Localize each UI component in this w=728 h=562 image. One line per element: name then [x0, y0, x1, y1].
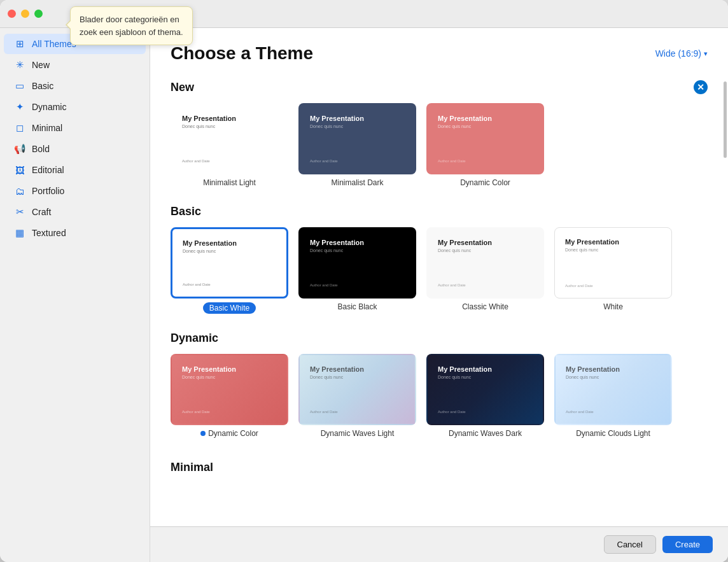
- theme-basic-white[interactable]: My Presentation Donec quis nunc Author a…: [171, 227, 288, 314]
- fullscreen-button[interactable]: [34, 10, 43, 18]
- preview-title-dyn-waves-dark: My Presentation: [438, 365, 533, 373]
- dynamic-icon: ✦: [14, 101, 25, 113]
- thumb-white: My Presentation Donec quis nunc Author a…: [554, 227, 672, 299]
- sidebar-item-craft[interactable]: ✂ Craft: [4, 202, 146, 222]
- preview-subtitle-white: Donec quis nunc: [565, 248, 661, 252]
- theme-white[interactable]: My Presentation Donec quis nunc Author a…: [554, 227, 672, 314]
- preview-title-dyn-clouds-light: My Presentation: [566, 365, 661, 373]
- thumb-dyn-waves-light: My Presentation Donec quis nunc Author a…: [298, 354, 416, 425]
- preview-author: Author and Date: [182, 159, 277, 163]
- page-title: Choose a Theme: [171, 43, 313, 64]
- content-header: Choose a Theme Wide (16:9) ▾: [150, 28, 728, 69]
- grid-icon: ⊞: [14, 38, 25, 50]
- preview-subtitle-dyn-waves-light: Donec quis nunc: [310, 375, 405, 379]
- preview-subtitle: Donec quis nunc: [182, 124, 277, 129]
- theme-label-basic-black: Basic Black: [337, 302, 377, 311]
- preview-subtitle-basic-black: Donec quis nunc: [310, 248, 405, 253]
- section-dynamic: Dynamic My Presentation Donec quis nunc …: [171, 332, 708, 438]
- theme-minimalist-dark[interactable]: My Presentation Donec quis nunc Author a…: [298, 103, 416, 187]
- preview-subtitle-dyn-waves-dark: Donec quis nunc: [438, 375, 533, 379]
- preview-author-dark: Author and Date: [310, 159, 405, 163]
- preview-subtitle-dyn-color: Donec quis nunc: [182, 375, 277, 379]
- preview-title: My Presentation: [182, 115, 277, 122]
- preview-title-dark: My Presentation: [310, 115, 405, 122]
- sidebar-item-new[interactable]: ✳ New: [4, 55, 146, 75]
- preview-subtitle-dyn-clouds-light: Donec quis nunc: [566, 375, 661, 379]
- scrollbar-track: [723, 69, 728, 526]
- theme-dynamic-color[interactable]: My Presentation Donec quis nunc Author a…: [171, 354, 288, 438]
- tooltip-bubble: Blader door categorieën en zoek een sjab…: [70, 6, 193, 45]
- content-wrapper: New ✕ My Presentation Donec quis nunc Au: [150, 69, 728, 526]
- theme-minimalist-light[interactable]: My Presentation Donec quis nunc Author a…: [171, 103, 288, 187]
- theme-label-dynamic-waves-dark: Dynamic Waves Dark: [449, 429, 522, 438]
- thumb-dyn-clouds-light: My Presentation Donec quis nunc Author a…: [554, 354, 672, 425]
- preview-subtitle-classic-white: Donec quis nunc: [438, 248, 533, 253]
- aspect-selector[interactable]: Wide (16:9) ▾: [655, 48, 708, 59]
- preview-author-dyn-clouds-light: Author and Date: [566, 410, 661, 414]
- section-new: New ✕ My Presentation Donec quis nunc Au: [171, 80, 708, 187]
- sidebar-item-textured[interactable]: ▦ Textured: [4, 223, 146, 243]
- theme-label-white: White: [603, 302, 623, 311]
- preview-author-basic-black: Author and Date: [310, 283, 405, 287]
- sidebar-label-portfolio: Portfolio: [32, 186, 64, 196]
- sidebar-label-editorial: Editorial: [32, 165, 64, 175]
- sidebar-item-dynamic[interactable]: ✦ Dynamic: [4, 97, 146, 117]
- section-new-header: New ✕: [171, 80, 708, 94]
- preview-author-dyn-waves-light: Author and Date: [310, 410, 405, 414]
- sidebar-label-craft: Craft: [32, 207, 51, 217]
- main-content: ⊞ All Themes ✳ New ▭ Basic ✦ Dynamic ◻ M…: [0, 28, 728, 562]
- preview-subtitle-dyn: Donec quis nunc: [438, 124, 533, 129]
- close-button[interactable]: [8, 10, 16, 18]
- theme-dynamic-waves-light[interactable]: My Presentation Donec quis nunc Author a…: [298, 354, 416, 438]
- sidebar-item-portfolio[interactable]: 🗂 Portfolio: [4, 181, 146, 201]
- preview-author-dyn: Author and Date: [438, 159, 533, 163]
- preview-author-basic-white: Author and Date: [183, 283, 276, 286]
- theme-dynamic-waves-dark[interactable]: My Presentation Donec quis nunc Author a…: [426, 354, 544, 438]
- theme-label-dynamic-color: Dynamic Color: [200, 429, 258, 438]
- bold-icon: 📢: [14, 143, 25, 155]
- section-basic: Basic My Presentation Donec quis nunc Au…: [171, 205, 708, 314]
- chevron-down-icon: ▾: [704, 50, 708, 58]
- theme-dynamic-color-new[interactable]: My Presentation Donec quis nunc Author a…: [426, 103, 544, 187]
- thumb-basic-white: My Presentation Donec quis nunc Author a…: [171, 227, 288, 299]
- close-new-section-button[interactable]: ✕: [694, 80, 708, 94]
- minimal-icon: ◻: [14, 122, 25, 134]
- section-dynamic-title: Dynamic: [171, 332, 218, 345]
- theme-label-minimalist-light: Minimalist Light: [203, 178, 256, 187]
- scrollbar-thumb[interactable]: [724, 81, 727, 158]
- preview-title-basic-white: My Presentation: [183, 239, 276, 247]
- thumb-classic-white: My Presentation Donec quis nunc Author a…: [426, 227, 544, 299]
- preview-author-white: Author and Date: [565, 284, 661, 288]
- basic-icon: ▭: [14, 80, 25, 92]
- preview-subtitle-dark: Donec quis nunc: [310, 124, 405, 129]
- basic-themes-row: My Presentation Donec quis nunc Author a…: [171, 227, 708, 314]
- new-icon: ✳: [14, 59, 25, 71]
- thumb-minimalist-light: My Presentation Donec quis nunc Author a…: [171, 103, 288, 174]
- tooltip-line1: Blader door categorieën en: [80, 15, 179, 24]
- textured-icon: ▦: [14, 227, 25, 239]
- sidebar-item-minimal[interactable]: ◻ Minimal: [4, 118, 146, 138]
- theme-label-classic-white: Classic White: [462, 302, 508, 311]
- main-window: Blader door categorieën en zoek een sjab…: [0, 0, 728, 562]
- craft-icon: ✂: [14, 206, 25, 218]
- minimize-button[interactable]: [21, 10, 29, 18]
- editorial-icon: 🖼: [14, 164, 25, 176]
- preview-author-dyn-color: Author and Date: [182, 410, 277, 414]
- theme-dynamic-clouds-light[interactable]: My Presentation Donec quis nunc Author a…: [554, 354, 672, 438]
- sidebar-label-textured: Textured: [32, 228, 66, 238]
- theme-classic-white[interactable]: My Presentation Donec quis nunc Author a…: [426, 227, 544, 314]
- theme-basic-black[interactable]: My Presentation Donec quis nunc Author a…: [298, 227, 416, 314]
- traffic-lights: [8, 10, 43, 18]
- sidebar-item-basic[interactable]: ▭ Basic: [4, 76, 146, 96]
- sidebar-label-bold: Bold: [32, 144, 50, 154]
- preview-author-classic-white: Author and Date: [438, 283, 533, 287]
- cancel-button[interactable]: Cancel: [604, 535, 656, 554]
- sidebar-item-editorial[interactable]: 🖼 Editorial: [4, 160, 146, 180]
- theme-label-dynamic-waves-light: Dynamic Waves Light: [321, 429, 395, 438]
- section-new-title: New: [171, 81, 194, 94]
- create-button[interactable]: Create: [662, 536, 713, 553]
- sidebar-item-bold[interactable]: 📢 Bold: [4, 139, 146, 159]
- portfolio-icon: 🗂: [14, 185, 25, 197]
- themes-scroll[interactable]: New ✕ My Presentation Donec quis nunc Au: [150, 69, 728, 526]
- aspect-label: Wide (16:9): [655, 48, 701, 59]
